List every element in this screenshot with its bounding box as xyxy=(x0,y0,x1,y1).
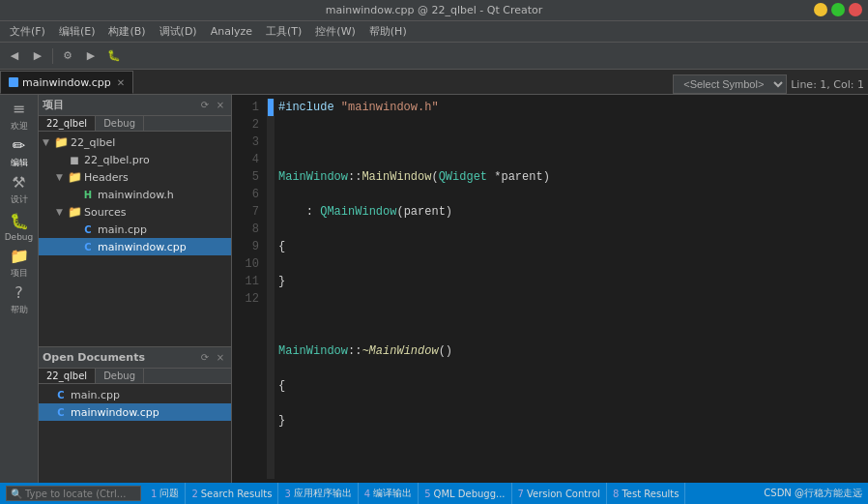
toolbar-build[interactable]: ⚙ xyxy=(57,45,78,67)
status-tab-issues[interactable]: 1 问题 xyxy=(145,483,186,504)
open-doc-main-cpp[interactable]: C main.cpp xyxy=(39,386,231,403)
sidebar-icon-welcome[interactable]: ≡ 欢迎 xyxy=(2,99,37,133)
tree-item-sources[interactable]: ▼ 📁 Sources xyxy=(39,203,231,221)
pro-icon: ■ xyxy=(68,153,81,166)
edit-label: 编辑 xyxy=(11,157,28,169)
status-tab-compile[interactable]: 4 编译输出 xyxy=(359,483,419,504)
sidebar-icons: ≡ 欢迎 ✏ 编辑 ⚒ 设计 🐛 Debug 📁 项目 ? 帮助 xyxy=(0,95,39,483)
status-tab-label-issues: 问题 xyxy=(159,487,179,500)
file-tab-icon xyxy=(9,77,18,87)
sidebar-icon-project[interactable]: 📁 项目 xyxy=(2,246,37,281)
code-content[interactable]: #include "mainwindow.h" MainWindow::Main… xyxy=(275,99,868,479)
open-docs-btns: ⟳ × xyxy=(198,351,227,365)
panel-close-btn[interactable]: × xyxy=(214,99,227,112)
design-icon: ⚒ xyxy=(12,173,25,192)
open-doc-label-mainwindow: mainwindow.cpp xyxy=(71,406,229,419)
tree-label-main-cpp: main.cpp xyxy=(98,223,229,236)
open-docs-close-btn[interactable]: × xyxy=(214,351,227,365)
folder-icon-sources: 📁 xyxy=(68,205,81,219)
status-tab-label-search: Search Results xyxy=(201,489,273,499)
sidebar-subtab-qlbel[interactable]: 22_qlbel xyxy=(39,116,96,131)
project-panel-title: 项目 xyxy=(43,98,64,112)
menu-item-f[interactable]: 文件(F) xyxy=(4,22,51,41)
toolbar-back[interactable]: ◀ xyxy=(4,45,25,67)
code-container[interactable]: 1 2 3 4 5 6 7 8 9 10 11 12 #include "mai… xyxy=(232,95,868,483)
open-documents-panel: Open Documents ⟳ × 22_qlbel Debug C main… xyxy=(39,347,231,483)
debug-icon: 🐛 xyxy=(10,212,29,230)
status-tab-app-output[interactable]: 3 应用程序输出 xyxy=(278,483,358,504)
sidebar-icon-help[interactable]: ? 帮助 xyxy=(2,282,37,317)
file-tab-close[interactable]: ✕ xyxy=(117,77,125,88)
status-tab-label-compile: 编译输出 xyxy=(373,487,412,500)
open-docs-sync-btn[interactable]: ⟳ xyxy=(198,351,212,365)
cpp-icon-mainwindow: C xyxy=(81,240,95,253)
status-tab-label-qml: QML Debugg... xyxy=(434,489,506,499)
minimize-button[interactable] xyxy=(814,3,827,16)
status-tab-search-results[interactable]: 2 Search Results xyxy=(186,483,278,504)
tree-item-pro[interactable]: ■ 22_qlbel.pro xyxy=(39,151,231,168)
menu-item-d[interactable]: 调试(D) xyxy=(154,22,203,41)
maximize-button[interactable] xyxy=(831,3,845,16)
status-tab-num-7: 7 xyxy=(518,489,524,499)
status-tab-label-version: Version Control xyxy=(527,489,600,499)
sidebar-icon-edit[interactable]: ✏ 编辑 xyxy=(2,135,37,170)
tree-arrow-root: ▼ xyxy=(43,137,54,147)
menu-item-b[interactable]: 构建(B) xyxy=(102,22,151,41)
sidebar-icon-debug[interactable]: 🐛 Debug xyxy=(2,209,37,244)
status-search-box[interactable]: 🔍 Type to locate (Ctrl... xyxy=(6,486,141,501)
line-numbers: 1 2 3 4 5 6 7 8 9 10 11 12 xyxy=(232,99,267,479)
titlebar: mainwindow.cpp @ 22_qlbel - Qt Creator xyxy=(0,0,868,21)
toolbar-debug[interactable]: 🐛 xyxy=(103,45,125,67)
open-docs-header: Open Documents ⟳ × xyxy=(39,347,231,369)
tree-label-root: 22_qlbel xyxy=(71,136,229,149)
statusbar-right-text: CSDN @行稳方能走远 xyxy=(764,487,862,500)
status-tab-num-2: 2 xyxy=(191,489,197,499)
tree-item-headers[interactable]: ▼ 📁 Headers xyxy=(39,168,231,186)
tree-item-main-cpp[interactable]: C main.cpp xyxy=(39,221,231,238)
menu-item-analyze[interactable]: Analyze xyxy=(205,23,258,40)
open-docs-tree: C main.cpp C mainwindow.cpp xyxy=(39,384,231,423)
tree-item-mainwindow-cpp[interactable]: C mainwindow.cpp xyxy=(39,238,231,255)
statusbar-right: CSDN @行稳方能走远 xyxy=(764,487,862,500)
search-placeholder: Type to locate (Ctrl... xyxy=(25,489,126,499)
menubar: 文件(F)编辑(E)构建(B)调试(D)Analyze工具(T)控件(W)帮助(… xyxy=(0,21,868,43)
close-button[interactable] xyxy=(849,3,862,16)
file-tab-label: mainwindow.cpp xyxy=(22,76,111,89)
status-tab-test[interactable]: 8 Test Results xyxy=(607,483,685,504)
menu-item-h[interactable]: 帮助(H) xyxy=(363,22,413,41)
open-docs-subtab-qlbel[interactable]: 22_qlbel xyxy=(39,369,96,383)
breakpoint-marker xyxy=(268,99,274,116)
sidebar-subtab-debug[interactable]: Debug xyxy=(96,116,144,131)
status-tab-num-1: 1 xyxy=(151,489,157,499)
debug-label: Debug xyxy=(5,232,34,242)
window-controls[interactable] xyxy=(814,3,862,16)
open-doc-mainwindow-cpp[interactable]: C mainwindow.cpp xyxy=(39,403,231,421)
menu-item-w[interactable]: 控件(W) xyxy=(309,22,361,41)
tree-item-mainwindow-h[interactable]: H mainwindow.h xyxy=(39,186,231,203)
tabbar-right: <Select Symbol> Line: 1, Col: 1 xyxy=(673,74,868,94)
status-tab-num-5: 5 xyxy=(424,489,430,499)
editor-area[interactable]: 1 2 3 4 5 6 7 8 9 10 11 12 #include "mai… xyxy=(232,95,868,483)
open-docs-subtab-debug[interactable]: Debug xyxy=(96,369,144,383)
toolbar-sep1 xyxy=(52,48,53,64)
open-doc-icon-mainwindow: C xyxy=(54,405,68,419)
panel-sync-btn[interactable]: ⟳ xyxy=(198,99,212,112)
symbol-select[interactable]: <Select Symbol> xyxy=(673,74,787,94)
tree-label-pro: 22_qlbel.pro xyxy=(84,154,229,166)
file-tabbar: mainwindow.cpp ✕ <Select Symbol> Line: 1… xyxy=(0,70,868,95)
menu-item-t[interactable]: 工具(T) xyxy=(260,22,307,41)
menu-item-e[interactable]: 编辑(E) xyxy=(53,22,101,41)
status-tab-version[interactable]: 7 Version Control xyxy=(512,483,607,504)
search-icon: 🔍 xyxy=(11,489,22,499)
toolbar-run[interactable]: ▶ xyxy=(80,45,101,67)
status-tabs: 1 问题 2 Search Results 3 应用程序输出 4 编译输出 5 … xyxy=(145,483,760,504)
sidebar-icon-design[interactable]: ⚒ 设计 xyxy=(2,172,37,207)
edit-icon: ✏ xyxy=(13,136,25,155)
status-tab-qml[interactable]: 5 QML Debugg... xyxy=(419,483,511,504)
status-tab-num-3: 3 xyxy=(284,489,290,499)
tree-item-root[interactable]: ▼ 📁 22_qlbel xyxy=(39,133,231,151)
welcome-label: 欢迎 xyxy=(11,120,28,133)
file-tab-mainwindow[interactable]: mainwindow.cpp ✕ xyxy=(0,71,133,94)
status-tab-label-test: Test Results xyxy=(622,489,679,499)
toolbar-forward[interactable]: ▶ xyxy=(27,45,48,67)
